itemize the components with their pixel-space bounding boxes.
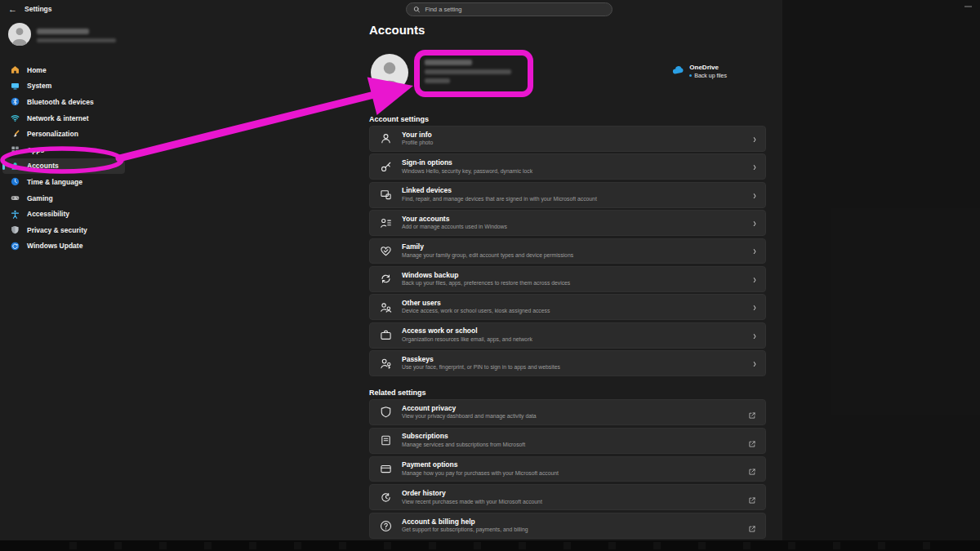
row-sign-in-options[interactable]: Sign-in optionsWindows Hello, security k… <box>369 153 766 180</box>
sidebar-item-system[interactable]: System <box>2 78 125 95</box>
row-title: Family <box>402 243 743 251</box>
chevron-right-icon: › <box>753 162 756 172</box>
row-subtitle: Windows Hello, security key, password, d… <box>402 168 743 175</box>
row-subscriptions[interactable]: SubscriptionsManage services and subscri… <box>369 428 766 454</box>
user-avatar <box>8 23 31 46</box>
row-passkeys[interactable]: PasskeysUse your face, fingerprint, or P… <box>369 350 766 376</box>
row-other-users[interactable]: Other usersDevice access, work or school… <box>369 294 766 320</box>
sidebar-item-gaming[interactable]: Gaming <box>2 190 125 207</box>
row-title: Windows backup <box>402 272 743 279</box>
key-icon <box>379 160 392 173</box>
sidebar-item-apps[interactable]: Apps <box>2 142 125 158</box>
backup-sync-icon <box>379 273 392 286</box>
row-subtitle: Back up your files, apps, preferences to… <box>402 280 743 287</box>
row-subtitle: View recent purchases made with your Mic… <box>402 499 738 505</box>
sidebar-item-bluetooth-devices[interactable]: Bluetooth & devices <box>2 94 125 110</box>
row-subtitle: Profile photo <box>402 140 743 146</box>
row-subtitle: Manage services and subscriptions from M… <box>402 442 738 448</box>
shield-outline-icon <box>379 406 392 419</box>
sidebar-item-time-language[interactable]: Time & language <box>2 174 125 190</box>
sidebar-item-accounts[interactable]: Accounts <box>2 158 125 175</box>
row-subtitle: Get support for subscriptions, payments,… <box>402 527 738 533</box>
profile-detail-redacted <box>425 78 450 83</box>
section-header-account-settings: Account settings <box>369 115 429 123</box>
family-heart-icon <box>379 244 392 257</box>
search-input[interactable] <box>425 6 605 13</box>
chevron-right-icon: › <box>753 358 756 369</box>
home-icon <box>11 65 20 74</box>
row-account-billing-help[interactable]: Account & billing helpGet support for su… <box>369 513 766 539</box>
search-icon <box>413 6 420 13</box>
other-users-icon <box>379 300 392 313</box>
row-subtitle: Device access, work or school users, kio… <box>402 308 743 314</box>
row-title: Payment options <box>402 461 738 469</box>
chevron-right-icon: › <box>753 189 756 200</box>
related-settings-rows: Account privacyView your privacy dashboa… <box>369 399 766 539</box>
sidebar-item-personalization[interactable]: Personalization <box>2 126 125 142</box>
taskbar-icons <box>69 542 968 549</box>
sidebar-item-label: Privacy & security <box>27 226 87 234</box>
row-title: Other users <box>402 300 743 307</box>
arrow-line <box>119 95 374 158</box>
row-your-accounts[interactable]: Your accountsAdd or manage accounts used… <box>369 210 766 236</box>
row-windows-backup[interactable]: Windows backupBack up your files, apps, … <box>369 266 766 292</box>
bluetooth-icon <box>11 97 20 106</box>
sidebar-item-home[interactable]: Home <box>2 62 125 78</box>
sidebar-item-label: Personalization <box>27 130 78 138</box>
chevron-right-icon: › <box>753 273 756 284</box>
user-email-redacted <box>37 38 116 42</box>
row-subtitle: Organization resources like email, apps,… <box>402 336 743 343</box>
sidebar-item-windows-update[interactable]: Windows Update <box>2 238 125 255</box>
apps-icon <box>11 145 20 154</box>
row-your-info[interactable]: Your infoProfile photo › <box>369 126 766 152</box>
personalization-icon <box>11 130 20 139</box>
sidebar-item-network-internet[interactable]: Network & internet <box>2 110 125 127</box>
external-link-icon <box>748 493 756 501</box>
sidebar-item-privacy-security[interactable]: Privacy & security <box>2 222 125 238</box>
row-title: Order history <box>402 490 738 497</box>
sidebar-item-label: Bluetooth & devices <box>27 98 94 106</box>
sidebar-item-label: Windows Update <box>27 242 82 250</box>
row-linked-devices[interactable]: Linked devicesFind, repair, and manage d… <box>369 182 766 208</box>
order-history-icon <box>379 491 392 504</box>
chevron-right-icon: › <box>753 133 756 144</box>
profile-email-redacted <box>425 69 511 74</box>
sidebar-item-accessibility[interactable]: Accessibility <box>2 206 125 222</box>
row-subtitle: Manage how you pay for purchases with yo… <box>402 470 738 477</box>
gaming-icon <box>11 193 20 202</box>
onedrive-backup-link[interactable]: Back up files <box>689 72 727 79</box>
subscriptions-icon <box>379 434 392 447</box>
back-arrow-icon[interactable]: ← <box>8 3 17 15</box>
onedrive-block: OneDrive Back up files <box>672 64 727 79</box>
page-title: Accounts <box>369 23 425 37</box>
row-title: Sign-in options <box>402 159 743 167</box>
settings-window: ← Settings Home System <box>0 0 980 551</box>
row-payment-options[interactable]: Payment optionsManage how you pay for pu… <box>369 456 766 482</box>
onedrive-title: OneDrive <box>689 64 727 72</box>
onedrive-backup-label: Back up files <box>694 72 727 79</box>
status-dot-icon <box>689 74 692 77</box>
section-header-related-settings: Related settings <box>369 389 426 397</box>
row-title: Passkeys <box>402 356 743 363</box>
sidebar-item-label: Accounts <box>27 162 59 170</box>
sidebar-item-label: Accessibility <box>27 210 69 218</box>
row-title: Linked devices <box>402 187 743 194</box>
row-title: Account privacy <box>402 405 738 412</box>
row-order-history[interactable]: Order historyView recent purchases made … <box>369 484 766 510</box>
taskbar <box>0 540 980 551</box>
profile-name-redacted <box>425 60 472 65</box>
sidebar-item-label: Home <box>27 66 47 74</box>
row-title: Access work or school <box>402 327 743 335</box>
chevron-right-icon: › <box>753 246 756 256</box>
sidebar-item-label: Network & internet <box>27 114 89 122</box>
row-account-privacy[interactable]: Account privacyView your privacy dashboa… <box>369 399 766 425</box>
row-title: Account & billing help <box>402 518 738 526</box>
search-box[interactable] <box>406 2 612 16</box>
network-icon <box>11 113 20 122</box>
onedrive-cloud-icon <box>672 65 684 75</box>
external-link-icon <box>748 522 756 530</box>
row-title: Subscriptions <box>402 433 738 440</box>
payment-card-icon <box>379 462 392 475</box>
row-family[interactable]: FamilyManage your family group, edit acc… <box>369 238 766 264</box>
row-access-work-school[interactable]: Access work or schoolOrganization resour… <box>369 322 766 349</box>
